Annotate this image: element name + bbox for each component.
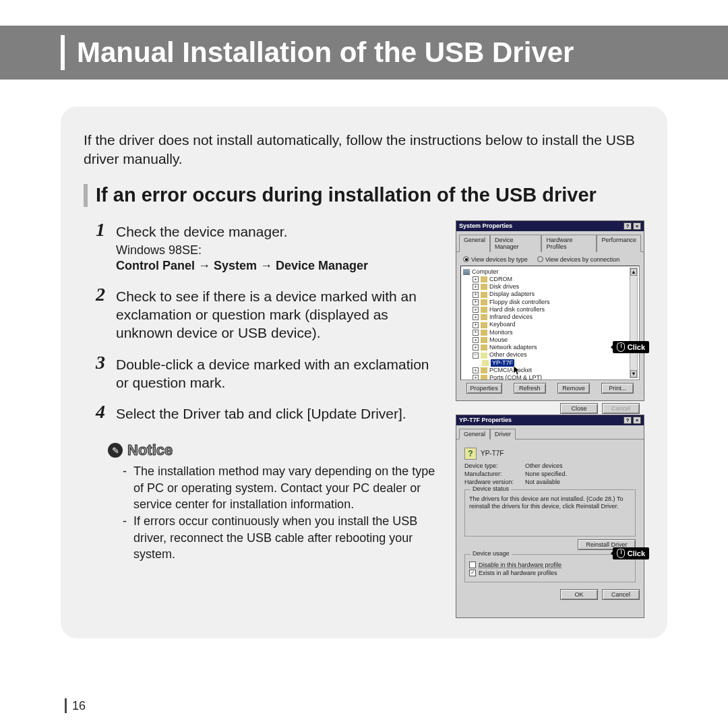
scroll-down-icon[interactable]: ▼ [630, 370, 637, 377]
step-2: 2 Check to see if there is a device mark… [96, 285, 439, 342]
close-button[interactable]: × [633, 222, 641, 230]
notice-item: - If errors occur continuously when you … [123, 513, 439, 562]
tab-driver[interactable]: Driver [490, 429, 516, 439]
expand-icon[interactable]: + [473, 322, 479, 328]
question-icon: ? [464, 448, 477, 460]
remove-button[interactable]: Remove [557, 383, 590, 394]
expand-icon[interactable]: + [473, 344, 479, 351]
print-button[interactable]: Print... [601, 383, 634, 394]
device-name-label: YP-T7F [481, 450, 504, 457]
step-number: 3 [96, 353, 111, 392]
network-icon [481, 344, 487, 351]
tab-device-manager[interactable]: Device Manager [490, 235, 541, 252]
page-number-divider [65, 698, 67, 713]
click-callout: Click [613, 341, 649, 353]
help-button[interactable]: ? [624, 417, 632, 424]
tab-hardware-profiles[interactable]: Hardware Profiles [541, 235, 597, 252]
device-status-group: Device status The drivers for this devic… [464, 489, 636, 537]
page-number-value: 16 [72, 699, 86, 713]
page-title: Manual Installation of the USB Driver [77, 36, 574, 69]
computer-icon [463, 269, 470, 275]
mouse-icon [617, 342, 625, 352]
device-usage-group: Device usage Disable in this hardware pr… [464, 554, 636, 582]
step-number: 2 [96, 285, 111, 342]
tab-general[interactable]: General [459, 429, 490, 439]
checkbox-icon [469, 562, 476, 568]
step-text: Select the Driver tab and click [Update … [116, 402, 406, 423]
refresh-button[interactable]: Refresh [514, 383, 546, 394]
step-number: 1 [96, 220, 111, 274]
notice-heading: ✎ Notice [108, 442, 439, 459]
keyboard-icon [481, 322, 487, 328]
tabs: General Device Manager Hardware Profiles… [456, 231, 644, 252]
hdd-icon [481, 307, 487, 313]
scrollbar[interactable]: ▲ ▼ [630, 268, 638, 378]
step-subtext-bold: Control Panel → System → Device Manager [116, 258, 368, 274]
close-button[interactable]: Close [560, 403, 598, 414]
expand-icon[interactable]: + [473, 337, 479, 343]
manufacturer-value: None specified. [525, 471, 567, 477]
expand-icon[interactable]: + [473, 276, 479, 282]
notice-item-text: The installation method may vary dependi… [133, 463, 439, 512]
header-divider [61, 35, 65, 70]
hand-write-icon: ✎ [108, 443, 123, 458]
cancel-button: Cancel [602, 403, 640, 414]
window-title: System Properties [459, 222, 512, 229]
close-button[interactable]: × [633, 417, 641, 424]
monitor-icon [481, 330, 487, 336]
device-tree[interactable]: ▲ ▼ Computer +CDROM +Disk drives +Displa… [460, 266, 640, 380]
window-title-device: YP-T7F Properties [459, 417, 512, 423]
cancel-button[interactable]: Cancel [602, 589, 640, 600]
system-properties-window: System Properties ? × General Device Man… [456, 220, 644, 401]
manufacturer-label: Manufacturer: [464, 471, 522, 477]
click-callout: Click [613, 547, 649, 559]
properties-button[interactable]: Properties [466, 383, 502, 394]
expand-icon[interactable]: + [473, 367, 479, 373]
expand-icon[interactable]: + [473, 299, 479, 305]
exists-profile-checkbox[interactable]: ✓Exists in all hardware profiles [469, 570, 631, 576]
step-text: Double-click a device marked with an exc… [116, 353, 439, 392]
notice-item-text: If errors occur continuously when you in… [133, 513, 439, 562]
radio-view-by-connection[interactable]: View devices by connection [537, 256, 619, 263]
titlebar: System Properties ? × [456, 221, 644, 231]
pcmcia-icon [481, 367, 487, 373]
question-icon [481, 353, 487, 359]
device-type-value: Other devices [525, 462, 563, 469]
selected-device[interactable]: YP-T7F [491, 359, 514, 367]
tabs: General Driver [456, 425, 644, 439]
step-text: Check to see if there is a device marked… [116, 285, 439, 342]
step-subtext: Windows 98SE: [116, 242, 368, 258]
checkbox-icon: ✓ [469, 570, 476, 576]
device-type-label: Device type: [464, 462, 522, 469]
mouse-icon [481, 337, 487, 343]
titlebar: YP-T7F Properties ? × [456, 415, 644, 425]
cdrom-icon [481, 276, 487, 282]
step-1: 1 Check the device manager. Windows 98SE… [96, 220, 439, 274]
screenshots-column: System Properties ? × General Device Man… [456, 220, 644, 618]
expand-icon[interactable]: + [473, 330, 479, 336]
expand-icon[interactable]: + [473, 314, 479, 320]
cursor-icon [514, 366, 521, 375]
section-heading-row: If an error occurs during installation o… [84, 184, 644, 207]
expand-icon[interactable]: + [473, 375, 479, 380]
collapse-icon[interactable]: − [473, 353, 479, 359]
floppy-icon [481, 299, 487, 305]
expand-icon[interactable]: + [473, 292, 479, 298]
hardware-version-label: Hardware version: [464, 479, 522, 485]
tab-performance[interactable]: Performance [597, 235, 641, 252]
notice-label: Notice [127, 442, 173, 459]
intro-text: If the driver does not install automatic… [84, 131, 644, 169]
step-text: Check the device manager. [116, 224, 287, 239]
help-button[interactable]: ? [624, 222, 632, 230]
tab-general[interactable]: General [459, 235, 490, 252]
device-status-text: The drivers for this device are not inst… [469, 495, 631, 511]
scroll-up-icon[interactable]: ▲ [630, 268, 637, 276]
expand-icon[interactable]: + [473, 284, 479, 290]
disable-profile-checkbox[interactable]: Disable in this hardware profile [469, 562, 631, 568]
ok-button[interactable]: OK [560, 589, 598, 600]
section-heading: If an error occurs during installation o… [96, 184, 597, 206]
question-icon [482, 360, 489, 366]
expand-icon[interactable]: + [473, 307, 479, 313]
radio-view-by-type[interactable]: View devices by type [463, 256, 528, 263]
group-title: Device usage [471, 550, 512, 557]
